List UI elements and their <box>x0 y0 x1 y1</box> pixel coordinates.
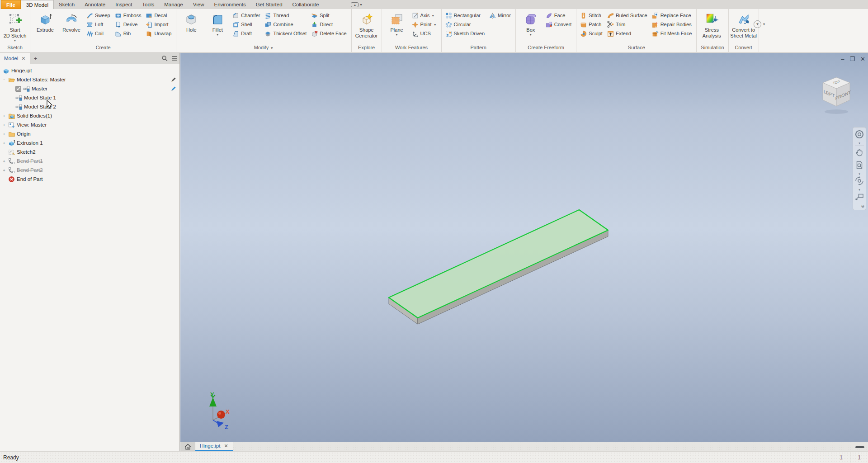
search-icon[interactable] <box>160 53 170 64</box>
part-top-face-selected[interactable] <box>389 210 608 318</box>
chevron-down-icon[interactable]: ▼ <box>431 14 434 17</box>
pan-tool[interactable] <box>854 147 865 160</box>
extend-button[interactable]: Extend <box>606 29 650 38</box>
coil-button[interactable]: Coil <box>85 29 113 38</box>
tree-item-model-states-master[interactable]: -Model States: Master <box>0 75 179 84</box>
expand-icon[interactable]: + <box>2 168 6 172</box>
chevron-down-icon[interactable]: ▼ <box>216 33 219 36</box>
rib-button[interactable]: Rib <box>113 29 144 38</box>
expand-icon[interactable]: + <box>2 141 6 145</box>
tree-item-hinge-ipt[interactable]: Hinge.ipt <box>0 66 179 75</box>
active-state-checkbox[interactable] <box>15 86 21 92</box>
close-icon[interactable]: ✕ <box>21 56 25 61</box>
document-tab-active[interactable]: Hinge.ipt ✕ <box>195 442 233 451</box>
stress-analysis-button[interactable]: StressAnalysis <box>699 10 724 40</box>
look-at-tool[interactable] <box>854 191 865 204</box>
doc-close-button[interactable]: ✕ <box>860 56 865 62</box>
repair-bodies-button[interactable]: Repair Bodies <box>651 20 694 29</box>
chevron-down-icon[interactable]: ▼ <box>529 33 532 36</box>
part-geometry[interactable] <box>180 53 868 442</box>
shape-generator-button[interactable]: ShapeGenerator <box>354 10 379 40</box>
direct-button[interactable]: Direct <box>310 20 349 29</box>
browser-tab-model[interactable]: Model ✕ <box>0 53 30 64</box>
freeform-convert-button[interactable]: Convert <box>544 20 574 29</box>
replace-face-button[interactable]: Replace Face <box>651 11 694 20</box>
expand-icon[interactable]: + <box>2 159 6 163</box>
stitch-button[interactable]: Stitch <box>579 11 605 20</box>
chamfer-button[interactable]: Chamfer <box>231 11 262 20</box>
document-tab-close-icon[interactable]: ✕ <box>224 443 228 449</box>
decal-button[interactable]: Decal <box>144 11 174 20</box>
thicken-offset-button[interactable]: Thicken/ Offset <box>263 29 309 38</box>
ribbon-group-label[interactable]: Modify▼ <box>178 45 349 52</box>
ribbon-tab-view[interactable]: View <box>188 0 209 9</box>
tree-item-origin[interactable]: +Origin <box>0 129 179 138</box>
ruled-surface-button[interactable]: Ruled Surface <box>606 11 650 20</box>
chevron-down-icon[interactable]: ▾ <box>859 172 860 175</box>
plane-button[interactable]: Plane▼ <box>384 10 410 38</box>
edit-pencil-blue-icon[interactable] <box>170 85 177 94</box>
tree-item-sketch2[interactable]: Sketch2 <box>0 147 179 156</box>
import-button[interactable]: Import <box>144 20 174 29</box>
loft-button[interactable]: Loft <box>85 20 113 29</box>
freeform-box-button[interactable]: Box▼ <box>518 10 543 38</box>
convert-sheet-metal-button[interactable]: Convert toSheet Metal <box>731 10 756 40</box>
extrude-button[interactable]: Extrude <box>33 10 58 34</box>
delete-face-button[interactable]: Delete Face <box>310 29 349 38</box>
chevron-down-icon[interactable]: ▼ <box>14 39 17 42</box>
sculpt-button[interactable]: Sculpt <box>579 29 605 38</box>
doc-minimize-button[interactable]: – <box>841 56 844 62</box>
ribbon-tab-3d-model[interactable]: 3D Model <box>21 0 54 9</box>
chevron-down-icon[interactable]: ▾ <box>859 142 860 145</box>
trim-button[interactable]: Trim <box>606 20 650 29</box>
chevron-down-icon[interactable]: ▼ <box>434 23 437 26</box>
tree-item-end-of-part[interactable]: End of Part <box>0 175 179 184</box>
mirror-button[interactable]: Mirror <box>488 11 513 20</box>
emboss-button[interactable]: Emboss <box>113 11 144 20</box>
tree-item-extrusion-1[interactable]: +Extrusion 1 <box>0 138 179 147</box>
navigation-wheel-tool[interactable] <box>854 129 865 142</box>
fillet-button[interactable]: Fillet▼ <box>205 10 230 38</box>
start-2d-sketch-button[interactable]: Start2D Sketch▼ <box>2 10 28 43</box>
3d-viewport[interactable]: – ❐ ✕ TOP LEFT FRONT ▾▾▾⊖ X Y Z <box>180 53 868 442</box>
expand-icon[interactable]: + <box>2 113 6 118</box>
ribbon-tab-collaborate[interactable]: Collaborate <box>288 0 324 9</box>
combine-button[interactable]: Combine <box>263 20 309 29</box>
edit-pencil-dark-icon[interactable] <box>170 76 177 85</box>
sweep-button[interactable]: Sweep <box>85 11 113 20</box>
chevron-down-icon[interactable]: ▼ <box>270 46 274 50</box>
revolve-button[interactable]: Revolve <box>59 10 84 34</box>
navbar-collapse-icon[interactable]: ⊖ <box>861 204 864 208</box>
unwrap-button[interactable]: Unwrap <box>144 29 174 38</box>
ribbon-tab-inspect[interactable]: Inspect <box>110 0 137 9</box>
orbit-tool[interactable] <box>854 175 865 188</box>
point-button[interactable]: Point▼ <box>410 20 439 29</box>
ribbon-tab-get-started[interactable]: Get Started <box>251 0 288 9</box>
sketch-driven-pattern-button[interactable]: Sketch Driven <box>444 29 487 38</box>
add-browser-tab-button[interactable]: + <box>30 53 41 64</box>
tree-item-solid-bodies-1[interactable]: +Solid Bodies(1) <box>0 111 179 120</box>
view-cube[interactable]: TOP LEFT FRONT <box>816 74 857 117</box>
ribbon-collapse-button[interactable]: ▼ ▾ <box>754 20 765 28</box>
tree-item-model-state-1[interactable]: Model State 1 <box>0 93 179 102</box>
ucs-button[interactable]: UCS <box>410 29 439 38</box>
chevron-down-icon[interactable]: ▾ <box>859 188 860 191</box>
freeform-face-button[interactable]: Face <box>544 11 574 20</box>
split-button[interactable]: Split <box>310 11 349 20</box>
rectangular-pattern-button[interactable]: Rectangular <box>444 11 487 20</box>
hole-button[interactable]: Hole <box>179 10 204 34</box>
expand-icon[interactable]: + <box>2 123 6 127</box>
chevron-down-icon[interactable]: ▼ <box>395 33 398 36</box>
ribbon-tab-tools[interactable]: Tools <box>137 0 159 9</box>
tree-item-master[interactable]: Master <box>0 84 179 93</box>
ribbon-tab-manage[interactable]: Manage <box>159 0 188 9</box>
doc-restore-button[interactable]: ❐ <box>849 56 855 62</box>
ribbon-tab-environments[interactable]: Environments <box>209 0 250 9</box>
derive-button[interactable]: Derive <box>113 20 144 29</box>
patch-button[interactable]: Patch <box>579 20 605 29</box>
fit-mesh-face-button[interactable]: Fit Mesh Face <box>651 29 694 38</box>
thread-button[interactable]: Thread <box>263 11 309 20</box>
ribbon-tab-sketch[interactable]: Sketch <box>54 0 80 9</box>
tabbar-grip[interactable] <box>855 446 864 448</box>
expand-icon[interactable]: + <box>2 132 6 136</box>
